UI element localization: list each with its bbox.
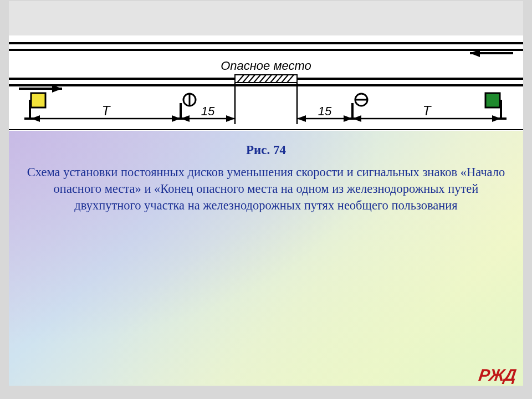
svg-text:T: T <box>102 103 111 118</box>
danger-zone-hatch <box>235 75 297 83</box>
speed-disc-green <box>485 93 507 119</box>
dimension-15-left: 15 <box>181 104 235 122</box>
svg-marker-45 <box>344 115 352 122</box>
header-band <box>9 1 523 35</box>
svg-marker-49 <box>492 115 501 122</box>
dimension-15-right: 15 <box>297 104 352 122</box>
svg-marker-41 <box>226 115 235 122</box>
sign-begin-danger <box>175 94 196 119</box>
svg-marker-44 <box>297 115 306 122</box>
svg-marker-37 <box>172 115 181 122</box>
railway-diagram: Опасное место <box>9 35 523 131</box>
dimension-T-left: T <box>31 103 181 122</box>
dimension-T-right: T <box>352 103 501 122</box>
svg-marker-36 <box>31 115 40 122</box>
rzd-logo: PЖД <box>477 366 516 385</box>
svg-text:T: T <box>423 103 432 118</box>
svg-rect-21 <box>31 93 45 108</box>
svg-text:15: 15 <box>318 104 332 118</box>
speed-disc-yellow <box>24 93 45 119</box>
svg-marker-40 <box>181 115 190 122</box>
slide-stage: Опасное место <box>0 0 532 399</box>
sign-end-danger <box>347 94 367 119</box>
svg-text:15: 15 <box>201 104 215 118</box>
svg-rect-24 <box>485 93 500 108</box>
danger-place-label: Опасное место <box>221 59 311 73</box>
figure-caption: Схема установки постоянных дисков уменьш… <box>22 164 510 214</box>
figure-number: Рис. 74 <box>9 143 523 157</box>
svg-marker-48 <box>352 115 361 122</box>
